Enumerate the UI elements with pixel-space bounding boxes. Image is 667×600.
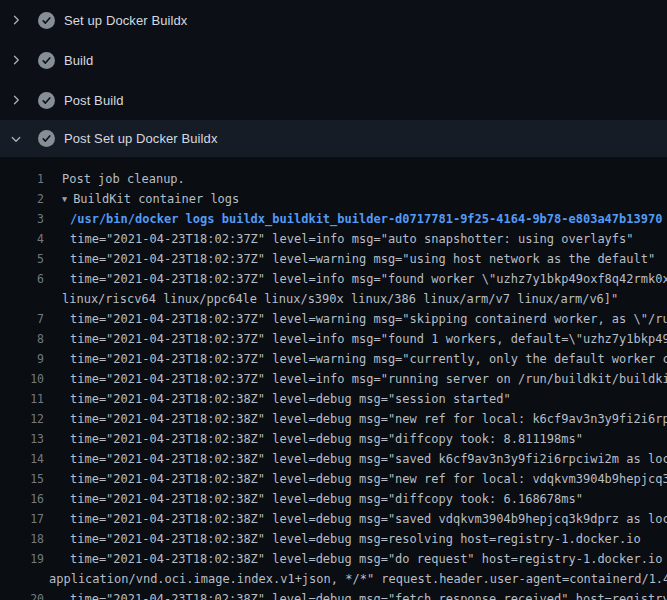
step-list: Set up Docker BuildxBuildPost BuildPost … <box>0 0 667 157</box>
log-text: time="2021-04-23T18:02:38Z" level=debug … <box>44 469 667 489</box>
line-number[interactable]: 11 <box>0 389 44 409</box>
actions-log-viewer: Set up Docker BuildxBuildPost BuildPost … <box>0 0 667 600</box>
check-circle-icon <box>38 52 55 69</box>
log-text: time="2021-04-23T18:02:38Z" level=debug … <box>44 509 667 529</box>
check-circle-icon <box>38 12 55 29</box>
step-header-build[interactable]: Build <box>0 40 667 80</box>
line-number[interactable]: 14 <box>0 449 44 469</box>
line-number[interactable]: 13 <box>0 429 44 449</box>
log-text: time="2021-04-23T18:02:38Z" level=debug … <box>44 429 583 449</box>
line-number[interactable]: 10 <box>0 369 44 389</box>
log-text: application/vnd.oci.image.index.v1+json,… <box>44 569 667 589</box>
log-text: time="2021-04-23T18:02:38Z" level=debug … <box>44 409 667 429</box>
line-number[interactable]: 6 <box>0 269 44 289</box>
line-number[interactable]: 15 <box>0 469 44 489</box>
log-row-17: 17time="2021-04-23T18:02:38Z" level=debu… <box>0 509 667 529</box>
log-row-10: 10time="2021-04-23T18:02:37Z" level=info… <box>0 369 667 389</box>
line-number[interactable]: 4 <box>0 229 44 249</box>
step-header-post-set-up-docker-buildx[interactable]: Post Set up Docker Buildx <box>0 120 667 157</box>
log-text: Post job cleanup. <box>44 169 185 189</box>
line-number[interactable]: 3 <box>0 209 44 229</box>
line-number[interactable]: 7 <box>0 309 44 329</box>
log-row-6: 6time="2021-04-23T18:02:37Z" level=info … <box>0 269 667 289</box>
log-row-13: 13time="2021-04-23T18:02:38Z" level=debu… <box>0 429 667 449</box>
log-row-2[interactable]: 2▼BuildKit container logs <box>0 189 667 209</box>
log-row-16: 16time="2021-04-23T18:02:38Z" level=debu… <box>0 489 667 509</box>
log-row-8: 8time="2021-04-23T18:02:37Z" level=info … <box>0 329 667 349</box>
log-group-label: BuildKit container logs <box>73 192 239 206</box>
log-row-14: 14time="2021-04-23T18:02:38Z" level=debu… <box>0 449 667 469</box>
log-text: time="2021-04-23T18:02:38Z" level=debug … <box>44 489 583 509</box>
line-number[interactable]: 9 <box>0 349 44 369</box>
log-text: ▼BuildKit container logs <box>44 189 239 209</box>
line-number[interactable]: 20 <box>0 589 44 600</box>
log-row-4: 4time="2021-04-23T18:02:37Z" level=info … <box>0 229 667 249</box>
log-area: 1Post job cleanup.2▼BuildKit container l… <box>0 157 667 600</box>
line-number[interactable]: 12 <box>0 409 44 429</box>
log-text: time="2021-04-23T18:02:38Z" level=debug … <box>44 449 667 469</box>
log-text: time="2021-04-23T18:02:37Z" level=info m… <box>44 329 667 349</box>
check-circle-icon <box>38 92 55 109</box>
log-row-1: 1Post job cleanup. <box>0 169 667 189</box>
step-header-post-build[interactable]: Post Build <box>0 80 667 120</box>
log-text: time="2021-04-23T18:02:38Z" level=debug … <box>44 529 641 549</box>
line-number[interactable]: 1 <box>0 169 44 189</box>
line-number[interactable]: 5 <box>0 249 44 269</box>
line-number[interactable]: 16 <box>0 489 44 509</box>
line-number[interactable]: 19 <box>0 549 44 569</box>
log-row-15: 15time="2021-04-23T18:02:38Z" level=debu… <box>0 469 667 489</box>
step-label: Post Build <box>64 93 124 108</box>
log-text: time="2021-04-23T18:02:38Z" level=debug … <box>44 549 667 569</box>
line-number[interactable]: 8 <box>0 329 44 349</box>
line-number[interactable]: 17 <box>0 509 44 529</box>
line-number[interactable]: 18 <box>0 529 44 549</box>
step-label: Post Set up Docker Buildx <box>64 131 218 146</box>
log-group-collapse-icon[interactable]: ▼ <box>62 194 67 204</box>
log-row-12: 12time="2021-04-23T18:02:38Z" level=debu… <box>0 409 667 429</box>
check-circle-icon <box>38 130 55 147</box>
chevron-down-icon <box>9 132 23 146</box>
log-text: time="2021-04-23T18:02:38Z" level=debug … <box>44 589 667 600</box>
chevron-right-icon <box>9 53 23 67</box>
log-row-continuation: application/vnd.oci.image.index.v1+json,… <box>0 569 667 589</box>
log-text: linux/riscv64 linux/ppc64le linux/s390x … <box>44 289 618 309</box>
log-text: time="2021-04-23T18:02:38Z" level=debug … <box>44 389 511 409</box>
log-row-3: 3/usr/bin/docker logs buildx_buildkit_bu… <box>0 209 667 229</box>
step-header-set-up-docker-buildx[interactable]: Set up Docker Buildx <box>0 0 667 40</box>
chevron-right-icon <box>9 93 23 107</box>
log-row-9: 9time="2021-04-23T18:02:37Z" level=warni… <box>0 349 667 369</box>
line-number[interactable]: 2 <box>0 189 44 209</box>
log-text: time="2021-04-23T18:02:37Z" level=warnin… <box>44 349 667 369</box>
log-row-7: 7time="2021-04-23T18:02:37Z" level=warni… <box>0 309 667 329</box>
log-row-18: 18time="2021-04-23T18:02:38Z" level=debu… <box>0 529 667 549</box>
step-label: Set up Docker Buildx <box>64 13 187 28</box>
log-row-19: 19time="2021-04-23T18:02:38Z" level=debu… <box>0 549 667 569</box>
chevron-right-icon <box>9 13 23 27</box>
log-row-5: 5time="2021-04-23T18:02:37Z" level=warni… <box>0 249 667 269</box>
log-text: time="2021-04-23T18:02:37Z" level=info m… <box>44 369 667 389</box>
log-row-11: 11time="2021-04-23T18:02:38Z" level=debu… <box>0 389 667 409</box>
log-row-20: 20time="2021-04-23T18:02:38Z" level=debu… <box>0 589 667 600</box>
step-label: Build <box>64 53 93 68</box>
log-command-text: /usr/bin/docker logs buildx_buildkit_bui… <box>44 209 662 229</box>
log-text: time="2021-04-23T18:02:37Z" level=info m… <box>44 269 667 289</box>
log-text: time="2021-04-23T18:02:37Z" level=warnin… <box>44 249 655 269</box>
log-text: time="2021-04-23T18:02:37Z" level=info m… <box>44 229 634 249</box>
log-row-continuation: linux/riscv64 linux/ppc64le linux/s390x … <box>0 289 667 309</box>
log-text: time="2021-04-23T18:02:37Z" level=warnin… <box>44 309 667 329</box>
line-number-empty <box>0 569 44 589</box>
line-number-empty <box>0 289 44 309</box>
